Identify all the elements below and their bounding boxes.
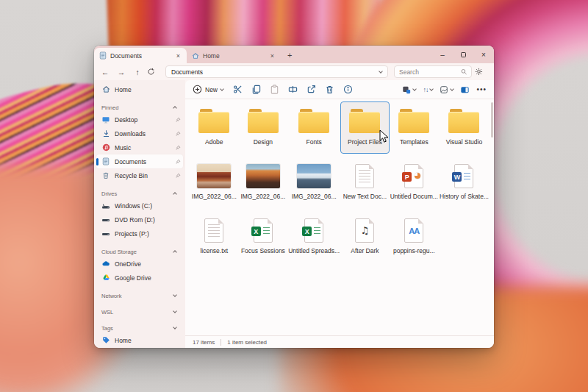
up-button[interactable]: ↑ [131, 68, 144, 76]
word-file-icon: W [454, 164, 473, 188]
pin-icon[interactable] [175, 131, 181, 137]
file-label: poppins-regu... [393, 247, 435, 254]
file-tile-untitled-presentation[interactable]: P Untitled Docum... [390, 156, 439, 208]
view-icon [440, 85, 448, 94]
close-button[interactable]: × [473, 46, 494, 63]
excel-file-icon: X [254, 218, 273, 243]
sidebar-item-dvd-d[interactable]: DVD Rom (D:) [94, 213, 185, 227]
delete-button[interactable] [324, 84, 335, 95]
pin-icon[interactable] [175, 117, 181, 123]
font-file-icon: AA [404, 218, 423, 243]
empty-cell [439, 210, 490, 263]
sidebar-item-recycle-bin[interactable]: Recycle Bin [94, 168, 185, 182]
sidebar-item-windows-c[interactable]: Windows (C:) [94, 199, 185, 213]
folder-tile-adobe[interactable]: Adobe [190, 101, 239, 154]
search-input[interactable] [399, 68, 461, 76]
tab-label: Documents [110, 52, 171, 60]
file-tile-img1[interactable]: IMG_2022_06... [190, 156, 239, 208]
file-tile-history-of-skate[interactable]: W History of Skate... [439, 156, 490, 208]
sidebar-section-wsl[interactable]: WSL [94, 307, 185, 317]
file-tile-img2[interactable]: IMG_2022_06... [239, 156, 288, 208]
address-bar[interactable]: Documents [165, 65, 388, 78]
copy-button[interactable] [251, 84, 262, 95]
folder-tile-project-files[interactable]: Project Files [340, 101, 390, 154]
tab-close-icon[interactable]: × [269, 52, 276, 60]
view-options-button[interactable] [440, 85, 453, 94]
file-label: IMG_2022_06... [192, 193, 237, 200]
file-tile-untitled-spreadsheet[interactable]: X Untitled Spreads... [287, 210, 340, 263]
maximize-button[interactable] [453, 46, 473, 63]
sidebar-item-google-drive[interactable]: Google Drive [94, 271, 185, 285]
settings-button[interactable] [475, 68, 488, 76]
file-explorer-window: Documents × Home × + – × ← → ↑ [94, 46, 494, 348]
new-button[interactable]: New [193, 85, 225, 94]
sidebar-item-tag-home[interactable]: Home [94, 333, 185, 347]
chevron-up-icon [173, 192, 177, 196]
folder-tile-fonts[interactable]: Fonts [287, 101, 340, 154]
pin-icon[interactable] [175, 159, 181, 165]
sidebar-section-pinned[interactable]: Pinned [94, 102, 185, 113]
new-tab-button[interactable]: + [281, 48, 298, 63]
file-tile-poppins-font[interactable]: AA poppins-regu... [390, 210, 439, 263]
chevron-down-icon [220, 87, 224, 91]
sidebar-item-home[interactable]: Home [94, 82, 185, 96]
preview-pane-button[interactable] [460, 85, 470, 94]
sidebar-section-network[interactable]: Network [94, 291, 185, 301]
section-label: Pinned [101, 104, 118, 111]
tab-home[interactable]: Home × [187, 48, 281, 63]
sort-button[interactable]: ↑↓ [423, 86, 433, 93]
share-button[interactable] [306, 84, 317, 95]
folder-tile-design[interactable]: Design [239, 101, 288, 154]
file-tile-focus-sessions[interactable]: X Focus Sessions [239, 210, 288, 263]
file-label: Design [254, 138, 273, 146]
drive-icon [101, 202, 110, 210]
more-options-button[interactable]: ••• [476, 85, 487, 93]
folder-tile-visual-studio[interactable]: Visual Studio [439, 101, 490, 154]
pin-icon[interactable] [175, 145, 181, 151]
sidebar-section-cloud-storage[interactable]: Cloud Storage [94, 246, 185, 257]
folder-tile-templates[interactable]: Templates [390, 101, 439, 154]
trash-icon [325, 85, 334, 94]
sidebar-section-tags[interactable]: Tags [94, 323, 185, 333]
sidebar-item-projects-p[interactable]: Projects (P:) [94, 227, 185, 240]
sidebar-section-drives[interactable]: Drives [94, 188, 185, 199]
sidebar-item-documents[interactable]: Documents [96, 154, 183, 168]
rename-icon [288, 85, 298, 94]
section-label: Network [101, 293, 122, 299]
sidebar-item-label: Downloads [115, 130, 171, 138]
sidebar-item-downloads[interactable]: Downloads [94, 126, 185, 140]
sidebar-item-onedrive[interactable]: OneDrive [94, 257, 185, 271]
chevron-down-icon [173, 309, 177, 313]
refresh-button[interactable] [147, 68, 160, 76]
paste-icon [270, 85, 279, 94]
back-button[interactable]: ← [98, 68, 112, 76]
sidebar-item-label: Recycle Bin [115, 172, 171, 179]
folder-icon [448, 109, 479, 134]
navigation-bar: ← → ↑ Documents [94, 63, 494, 80]
file-tile-new-text-doc[interactable]: New Text Doc... [340, 156, 390, 208]
scrollbar-thumb[interactable] [491, 102, 493, 138]
text-lines-glyph [464, 173, 470, 181]
folder-icon [349, 109, 380, 134]
sidebar-item-music[interactable]: Music [94, 140, 185, 154]
forward-button[interactable]: → [115, 68, 128, 76]
rename-button[interactable] [287, 84, 298, 95]
search-box[interactable] [394, 65, 472, 78]
minimize-button[interactable]: – [432, 46, 453, 63]
file-label: IMG_2022_06... [240, 193, 285, 200]
drive-icon [101, 215, 110, 224]
file-tile-license[interactable]: license.txt [190, 210, 239, 263]
cut-button[interactable] [232, 84, 243, 95]
sidebar-item-desktop[interactable]: Desktop [94, 113, 185, 126]
file-tile-img3[interactable]: IMG_2022_06... [287, 156, 340, 208]
paste-button[interactable] [269, 84, 280, 95]
layout-mode-button[interactable] [402, 85, 416, 94]
chevron-down-icon[interactable] [379, 69, 383, 74]
tab-documents[interactable]: Documents × [94, 48, 187, 63]
address-text: Documents [171, 68, 203, 76]
section-label: Tags [101, 325, 113, 332]
properties-button[interactable] [343, 84, 354, 95]
pin-icon[interactable] [175, 173, 181, 179]
file-tile-after-dark[interactable]: ♫ After Dark [340, 210, 390, 263]
tab-close-icon[interactable]: × [175, 52, 182, 60]
